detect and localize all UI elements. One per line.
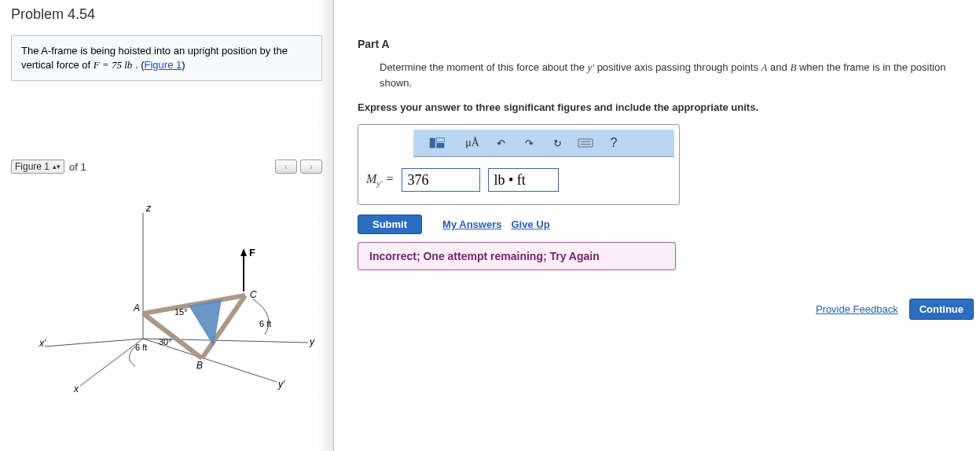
figure-selector-label: Figure 1 bbox=[15, 161, 50, 172]
figure-next-button[interactable]: › bbox=[300, 160, 322, 174]
svg-text:A: A bbox=[133, 302, 140, 314]
svg-line-4 bbox=[80, 339, 143, 386]
svg-rect-24 bbox=[430, 138, 435, 148]
problem-statement: The A-frame is being hoisted into an upr… bbox=[11, 35, 322, 81]
statement-end: ) bbox=[182, 59, 185, 71]
my-answers-link[interactable]: My Answers bbox=[442, 218, 501, 230]
figure-link[interactable]: Figure 1 bbox=[145, 59, 182, 71]
svg-rect-25 bbox=[436, 143, 444, 148]
svg-marker-15 bbox=[240, 248, 247, 256]
problem-title: Problem 4.54 bbox=[0, 0, 333, 32]
svg-text:30°: 30° bbox=[159, 337, 172, 346]
reset-icon[interactable]: ↻ bbox=[549, 134, 566, 152]
svg-text:C: C bbox=[250, 289, 257, 300]
redo-icon[interactable]: ↷ bbox=[520, 134, 538, 152]
svg-rect-26 bbox=[436, 138, 444, 142]
svg-text:B: B bbox=[196, 360, 203, 371]
part-heading: Part A bbox=[358, 38, 972, 50]
answer-container: μÅ ↶ ↷ ↻ ? My' = bbox=[358, 124, 680, 205]
figure-count: of 1 bbox=[69, 161, 86, 173]
svg-text:x': x' bbox=[39, 338, 46, 349]
answer-unit-input[interactable] bbox=[488, 168, 559, 192]
undo-icon[interactable]: ↶ bbox=[492, 134, 509, 152]
svg-text:z: z bbox=[145, 203, 152, 214]
submit-button[interactable]: Submit bbox=[358, 214, 422, 234]
units-icon[interactable]: μÅ bbox=[464, 134, 481, 152]
svg-text:x: x bbox=[73, 383, 79, 394]
svg-text:y': y' bbox=[277, 379, 285, 390]
answer-instruction: Express your answer to three significant… bbox=[358, 101, 972, 113]
feedback-message: Incorrect; One attempt remaining; Try Ag… bbox=[358, 242, 676, 270]
answer-toolbar: μÅ ↶ ↷ ↻ ? bbox=[413, 130, 674, 157]
continue-button[interactable]: Continue bbox=[909, 299, 974, 320]
keyboard-icon[interactable] bbox=[577, 134, 594, 152]
svg-text:15°: 15° bbox=[174, 307, 188, 317]
svg-line-11 bbox=[143, 314, 202, 358]
svg-text:6 ft: 6 ft bbox=[259, 319, 271, 328]
answer-value-input[interactable] bbox=[402, 168, 480, 192]
force-value: F = 75 lb bbox=[94, 59, 133, 71]
provide-feedback-link[interactable]: Provide Feedback bbox=[816, 303, 898, 315]
svg-rect-27 bbox=[578, 139, 593, 147]
statement-post: . ( bbox=[135, 59, 145, 71]
template-icon[interactable] bbox=[421, 134, 453, 152]
give-up-link[interactable]: Give Up bbox=[511, 218, 549, 230]
chevron-updown-icon: ▴▾ bbox=[53, 163, 61, 170]
svg-text:F: F bbox=[249, 247, 255, 258]
question-text: Determine the moment of this force about… bbox=[380, 60, 972, 90]
figure-diagram: z x' x y y' F C A B 15° 30° 6 ft 6 ft bbox=[11, 182, 322, 402]
figure-prev-button[interactable]: ‹ bbox=[275, 160, 297, 174]
variable-label: My' = bbox=[366, 172, 394, 188]
figure-selector[interactable]: Figure 1 ▴▾ bbox=[11, 160, 64, 174]
svg-text:6 ft: 6 ft bbox=[135, 343, 147, 352]
svg-text:y: y bbox=[309, 336, 315, 347]
svg-line-2 bbox=[45, 339, 143, 346]
help-icon[interactable]: ? bbox=[605, 134, 622, 152]
